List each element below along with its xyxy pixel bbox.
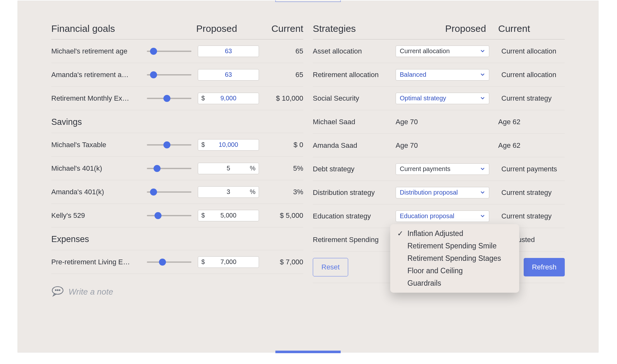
strategy-row: Distribution strategyDistribution propos…	[313, 181, 565, 204]
strategy-label: Social Security	[313, 94, 396, 103]
currency-prefix: $	[201, 258, 205, 266]
chevron-down-icon	[480, 71, 485, 78]
strategy-select[interactable]: Education proposal	[396, 211, 489, 222]
saving-row: Kelly's 529$5,000$ 5,000	[51, 204, 303, 227]
strategies-column: Strategies Proposed Current Asset alloca…	[313, 23, 565, 298]
saving-input[interactable]: 5%	[198, 163, 259, 174]
strategy-label: Retirement allocation	[313, 71, 396, 79]
savings-subheader: Savings	[51, 110, 303, 133]
slider-thumb[interactable]	[150, 189, 157, 196]
goal-label: Michael's retirement age	[51, 47, 147, 55]
strategy-row: Michael SaadAge 70Age 62	[313, 110, 565, 134]
strategy-select[interactable]: Distribution proposal	[396, 187, 489, 198]
saving-label: Amanda's 401(k)	[51, 188, 147, 196]
slider-thumb[interactable]	[150, 71, 157, 78]
chevron-down-icon	[480, 95, 485, 102]
slider[interactable]	[147, 51, 198, 52]
select-value: Distribution proposal	[400, 189, 458, 196]
retirement-spending-dropdown[interactable]: ✓Inflation AdjustedRetirement Spending S…	[390, 224, 519, 293]
strategy-proposed-text: Age 70	[396, 141, 491, 150]
strategy-proposed-text: Age 70	[396, 118, 491, 126]
expense-input[interactable]: $7,000	[198, 256, 259, 268]
select-value: Current payments	[400, 165, 450, 173]
strategy-label: Retirement Spending	[313, 236, 396, 244]
proposed-header: Proposed	[147, 23, 237, 34]
slider[interactable]	[147, 215, 198, 216]
input-value: 7,000	[220, 258, 236, 266]
slider[interactable]	[147, 261, 198, 263]
dropdown-item[interactable]: Floor and Ceiling	[390, 265, 519, 277]
strategy-label: Education strategy	[313, 212, 396, 220]
strategy-row: Debt strategyCurrent paymentsCurrent pay…	[313, 157, 565, 181]
slider-thumb[interactable]	[163, 141, 170, 148]
goal-input[interactable]: $9,000	[198, 93, 259, 104]
dropdown-item[interactable]: ✓Inflation Adjusted	[390, 227, 519, 240]
expense-label: Pre-retirement Living E…	[51, 258, 147, 266]
saving-label: Kelly's 529	[51, 211, 147, 220]
current-header: Current	[237, 23, 303, 34]
saving-current: 3%	[262, 188, 303, 196]
goal-input[interactable]: 63	[198, 69, 259, 81]
slider[interactable]	[147, 74, 198, 75]
strategies-title: Strategies	[313, 23, 396, 34]
saving-row: Michael's Taxable$10,000$ 0	[51, 133, 303, 157]
saving-label: Michael's 401(k)	[51, 164, 147, 173]
slider-thumb[interactable]	[154, 212, 161, 219]
dropdown-item[interactable]: Guardrails	[390, 277, 519, 289]
saving-input[interactable]: $10,000	[198, 139, 259, 151]
goal-input[interactable]: 63	[198, 46, 259, 57]
slider[interactable]	[147, 168, 198, 169]
strategy-current: Current allocation	[494, 71, 565, 79]
saving-row: Michael's 401(k)5%5%	[51, 157, 303, 180]
goal-row: Amanda's retirement a…6365	[51, 63, 303, 87]
refresh-button[interactable]: Refresh	[524, 258, 565, 276]
goal-row: Retirement Monthly Ex…$9,000$ 10,000	[51, 87, 303, 110]
dropdown-item[interactable]: Retirement Spending Smile	[390, 240, 519, 252]
slider[interactable]	[147, 144, 198, 146]
currency-prefix: $	[201, 141, 205, 148]
slider-thumb[interactable]	[159, 259, 166, 266]
slider-thumb[interactable]	[154, 165, 161, 172]
goal-label: Retirement Monthly Ex…	[51, 94, 147, 103]
svg-point-2	[57, 290, 58, 291]
slider[interactable]	[147, 191, 198, 193]
currency-prefix: $	[201, 95, 205, 102]
input-value: 5	[226, 165, 230, 172]
input-value: 9,000	[220, 95, 236, 102]
goal-row: Michael's retirement age6365	[51, 39, 303, 63]
slider[interactable]	[147, 98, 198, 99]
saving-input[interactable]: $5,000	[198, 210, 259, 221]
strategy-select[interactable]: Optimal strategy	[396, 93, 489, 104]
expenses-subheader: Expenses	[51, 227, 303, 250]
chevron-down-icon	[480, 47, 485, 55]
strategy-select[interactable]: Current payments	[396, 163, 489, 175]
slider-thumb[interactable]	[150, 48, 157, 55]
saving-label: Michael's Taxable	[51, 141, 147, 149]
strategies-header: Strategies Proposed Current	[313, 23, 565, 39]
chevron-down-icon	[480, 165, 485, 173]
select-value: Optimal strategy	[400, 95, 446, 102]
goal-current: 65	[262, 47, 303, 55]
goal-label: Amanda's retirement a…	[51, 71, 147, 79]
saving-input[interactable]: 3%	[198, 186, 259, 198]
strategy-row: Social SecurityOptimal strategyCurrent s…	[313, 87, 565, 110]
percent-suffix: %	[250, 188, 255, 196]
strategy-select[interactable]: Current allocation	[396, 46, 489, 57]
goals-header: Financial goals Proposed Current	[51, 23, 303, 39]
dropdown-item[interactable]: Retirement Spending Stages	[390, 252, 519, 265]
strategy-current: Age 62	[491, 118, 565, 126]
goal-current: $ 10,000	[262, 94, 303, 103]
top-tab-indicator	[276, 0, 341, 2]
strategy-current: Current strategy	[494, 94, 565, 103]
planning-panel: Financial goals Proposed Current Michael…	[18, 1, 599, 353]
slider-thumb[interactable]	[163, 95, 170, 102]
strategy-select[interactable]: Balanced	[396, 69, 489, 81]
proposed-header-2: Proposed	[396, 23, 491, 34]
note-row[interactable]: Write a note	[51, 274, 303, 298]
strategy-current: Age 62	[491, 141, 565, 150]
saving-row: Amanda's 401(k)3%3%	[51, 180, 303, 204]
dropdown-item-label: Floor and Ceiling	[407, 267, 463, 275]
reset-button[interactable]: Reset	[313, 258, 348, 276]
select-value: Balanced	[400, 71, 426, 78]
saving-current: 5%	[262, 164, 303, 173]
